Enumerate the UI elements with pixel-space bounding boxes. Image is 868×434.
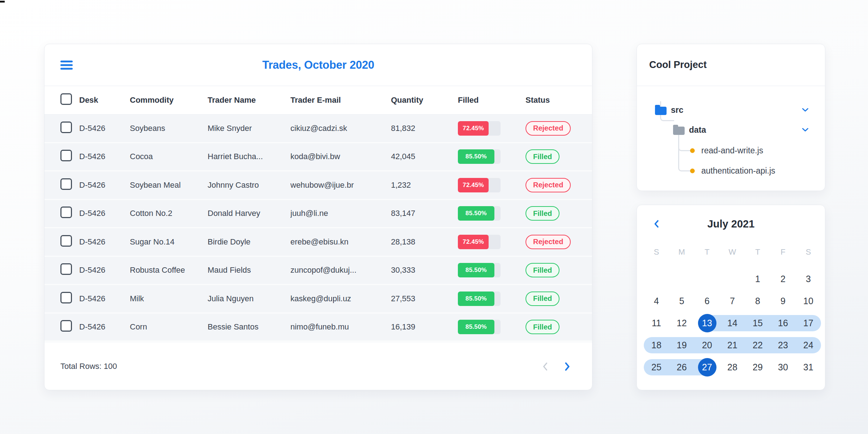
calendar-day[interactable]: 23: [770, 334, 796, 356]
expand-toggle-button[interactable]: [800, 126, 810, 134]
calendar-day[interactable]: 22: [745, 334, 770, 356]
weekday-label: S: [796, 247, 821, 257]
calendar-day[interactable]: 11: [644, 312, 669, 334]
calendar-day[interactable]: 26: [669, 356, 694, 378]
filled-progress-value: 72.45%: [458, 178, 489, 192]
cell-trader-email: kaskeg@dupli.uz: [290, 294, 391, 303]
cell-desk: D-5426: [79, 237, 130, 247]
prev-page-button[interactable]: [541, 360, 550, 373]
column-header-desk: Desk: [79, 95, 130, 105]
column-header-filled: Filled: [458, 95, 526, 105]
weekday-label: T: [745, 247, 770, 257]
filled-progress-bar: 72.45%: [458, 121, 501, 136]
calendar-day[interactable]: 28: [720, 356, 745, 378]
cell-trader-email: juuh@li.ne: [290, 209, 391, 218]
cell-trader-email: cikiuz@cadzi.sk: [290, 124, 391, 133]
weekday-label: T: [694, 247, 720, 257]
filled-progress-value: 85.50%: [458, 206, 494, 221]
calendar-day[interactable]: 12: [669, 312, 694, 334]
cell-trader-name: Mike Snyder: [208, 124, 290, 133]
chevron-right-icon: [564, 362, 570, 371]
calendar-day[interactable]: 14: [720, 312, 745, 334]
cell-quantity: 42,045: [391, 152, 458, 161]
calendar-day[interactable]: 27: [694, 356, 720, 378]
calendar-day[interactable]: 31: [796, 356, 821, 378]
calendar-day[interactable]: 1: [745, 268, 770, 290]
table-row: D-5426CocoaHarriet Bucha...koda@bivi.bw4…: [44, 143, 592, 172]
cell-commodity: Soybean Meal: [130, 180, 208, 190]
calendar-day[interactable]: 8: [745, 290, 770, 312]
pagination: [541, 360, 572, 373]
calendar-day[interactable]: 19: [669, 334, 694, 356]
cell-commodity: Robusta Coffee: [130, 265, 208, 275]
column-header-commodity: Commodity: [130, 95, 208, 105]
filled-progress-bar: 85.50%: [458, 263, 501, 277]
filled-progress-value: 85.50%: [458, 320, 494, 334]
calendar-day[interactable]: 17: [796, 312, 821, 334]
calendar-day[interactable]: 30: [770, 356, 796, 378]
row-checkbox[interactable]: [60, 263, 72, 275]
row-checkbox[interactable]: [60, 292, 72, 303]
table-row: D-5426Robusta CoffeeMaud Fieldszuncopof@…: [44, 257, 592, 285]
status-badge: Rejected: [526, 121, 571, 136]
cell-quantity: 28,138: [391, 237, 458, 247]
cell-quantity: 30,333: [391, 265, 458, 275]
tree-folder-label[interactable]: data: [689, 125, 706, 135]
table-row: D-5426Cotton No.2Donald Harveyjuuh@li.ne…: [44, 200, 592, 229]
calendar-day[interactable]: 7: [720, 290, 745, 312]
row-checkbox[interactable]: [60, 235, 72, 247]
row-checkbox[interactable]: [60, 122, 72, 133]
calendar-weekday-row: S M T W T F S: [644, 247, 821, 257]
calendar-day[interactable]: 20: [694, 334, 720, 356]
row-checkbox[interactable]: [60, 320, 72, 332]
next-page-button[interactable]: [563, 360, 572, 373]
tree-file[interactable]: read-and-write.js: [637, 140, 825, 161]
row-checkbox[interactable]: [60, 150, 72, 161]
cell-commodity: Cotton No.2: [130, 209, 208, 218]
cell-commodity: Cocoa: [130, 152, 208, 161]
filled-progress-value: 85.50%: [458, 292, 494, 306]
folder-icon: [673, 127, 685, 135]
calendar-day[interactable]: 25: [644, 356, 669, 378]
tree-file-label[interactable]: read-and-write.js: [701, 146, 763, 156]
status-badge: Filled: [526, 292, 559, 306]
calendar-day[interactable]: 24: [796, 334, 821, 356]
calendar-day[interactable]: 10: [796, 290, 821, 312]
calendar-day[interactable]: 2: [770, 268, 796, 290]
file-tree-card: Cool Project srcdataread-and-write.jsaut…: [637, 44, 825, 191]
cell-trader-name: Harriet Bucha...: [208, 152, 290, 161]
tree-folder-label[interactable]: src: [671, 105, 684, 115]
calendar-day[interactable]: 5: [669, 290, 694, 312]
filled-progress-bar: 85.50%: [458, 320, 501, 334]
expand-toggle-button[interactable]: [800, 106, 810, 114]
calendar-day[interactable]: 3: [796, 268, 821, 290]
calendar-day[interactable]: 18: [644, 334, 669, 356]
calendar-day[interactable]: 6: [694, 290, 720, 312]
column-header-status: Status: [526, 95, 592, 105]
tree-file[interactable]: authentication-api.js: [637, 161, 825, 181]
calendar-day[interactable]: 29: [745, 356, 770, 378]
chevron-down-icon: [801, 128, 809, 132]
chevron-down-icon: [801, 108, 809, 112]
tree-folder-data: data: [637, 120, 825, 140]
row-checkbox[interactable]: [60, 207, 72, 218]
select-all-checkbox[interactable]: [60, 93, 72, 105]
project-title: Cool Project: [649, 59, 707, 71]
calendar-day[interactable]: 21: [720, 334, 745, 356]
file-tree: srcdataread-and-write.jsauthentication-a…: [637, 86, 825, 191]
filled-progress-value: 72.45%: [458, 235, 489, 249]
cell-desk: D-5426: [79, 265, 130, 275]
cell-desk: D-5426: [79, 209, 130, 218]
cell-quantity: 27,553: [391, 294, 458, 303]
calendar-day[interactable]: 13: [694, 312, 720, 334]
cell-trader-email: erebe@ebisu.kn: [290, 237, 391, 247]
row-checkbox[interactable]: [60, 178, 72, 190]
tree-file-label[interactable]: authentication-api.js: [701, 166, 775, 176]
calendar-day[interactable]: 4: [644, 290, 669, 312]
calendar-cell-empty: [720, 268, 745, 290]
cell-trader-name: Bessie Santos: [208, 322, 290, 332]
calendar-day[interactable]: 9: [770, 290, 796, 312]
calendar-day[interactable]: 15: [745, 312, 770, 334]
cell-trader-name: Johnny Castro: [208, 180, 290, 190]
calendar-day[interactable]: 16: [770, 312, 796, 334]
